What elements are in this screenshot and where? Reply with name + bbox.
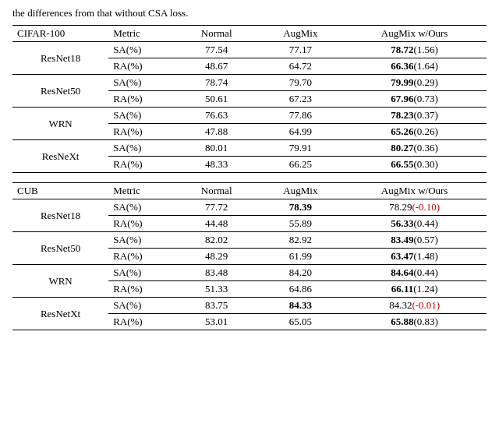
ours-cell: 78.29(-0.10) <box>342 199 487 216</box>
table-row: WRNSA(%)76.6377.8678.23(0.37) <box>12 108 487 124</box>
ours-cell: 78.23(0.37) <box>342 108 487 124</box>
augmix-cell: 64.72 <box>259 58 343 75</box>
metric-cell: RA(%) <box>108 124 175 140</box>
ours-cell: 78.72(1.56) <box>342 42 487 58</box>
metric-cell: SA(%) <box>108 265 175 281</box>
metric-cell: RA(%) <box>108 91 175 108</box>
metric-cell: RA(%) <box>108 249 175 265</box>
metric-cell: RA(%) <box>108 216 175 232</box>
normal-cell: 44.48 <box>175 216 259 232</box>
model-cell: ResNet18 <box>12 199 108 232</box>
table-row: ResNeXtSA(%)80.0179.9180.27(0.36) <box>12 140 487 157</box>
model-cell: WRN <box>12 265 108 298</box>
cifar-metric-header: Metric <box>108 26 175 42</box>
cifar-normal-header: Normal <box>175 26 259 42</box>
normal-cell: 82.02 <box>175 232 259 249</box>
ours-cell: 80.27(0.36) <box>342 140 487 157</box>
metric-cell: RA(%) <box>108 281 175 298</box>
table-row: ResNet50SA(%)78.7479.7079.99(0.29) <box>12 75 487 91</box>
metric-cell: SA(%) <box>108 108 175 124</box>
ours-cell: 63.47(1.48) <box>342 249 487 265</box>
model-cell: WRN <box>12 108 108 140</box>
cifar-table: CIFAR-100 Metric Normal AugMix AugMix w/… <box>12 25 487 173</box>
ours-cell: 66.11(1.24) <box>342 281 487 298</box>
metric-cell: SA(%) <box>108 199 175 216</box>
augmix-cell: 82.92 <box>259 232 343 249</box>
ours-cell: 65.26(0.26) <box>342 124 487 140</box>
ours-cell: 56.33(0.44) <box>342 216 487 232</box>
augmix-cell: 84.20 <box>259 265 343 281</box>
cub-ours-header: AugMix w/Ours <box>342 183 487 199</box>
ours-cell: 84.64(0.44) <box>342 265 487 281</box>
normal-cell: 80.01 <box>175 140 259 157</box>
cub-augmix-header: AugMix <box>259 183 343 199</box>
augmix-cell: 64.86 <box>259 281 343 298</box>
augmix-cell: 79.91 <box>259 140 343 157</box>
cub-metric-header: Metric <box>108 183 175 199</box>
ours-cell: 67.96(0.73) <box>342 91 487 108</box>
table-row: ResNet18SA(%)77.5477.1778.72(1.56) <box>12 42 487 58</box>
table-row: WRNSA(%)83.4884.2084.64(0.44) <box>12 265 487 281</box>
normal-cell: 47.88 <box>175 124 259 140</box>
model-cell: ResNet18 <box>12 42 108 75</box>
cub-dataset-header: CUB <box>12 183 108 199</box>
cifar-ours-header: AugMix w/Ours <box>342 26 487 42</box>
model-cell: ResNet50 <box>12 232 108 265</box>
ours-cell: 83.49(0.57) <box>342 232 487 249</box>
metric-cell: RA(%) <box>108 157 175 173</box>
model-cell: ResNet50 <box>12 75 108 108</box>
cifar-dataset-header: CIFAR-100 <box>12 26 108 42</box>
normal-cell: 83.75 <box>175 298 259 314</box>
metric-cell: SA(%) <box>108 75 175 91</box>
augmix-cell: 79.70 <box>259 75 343 91</box>
augmix-cell: 77.86 <box>259 108 343 124</box>
table-row: ResNetXtSA(%)83.7584.3384.32(-0.01) <box>12 298 487 314</box>
normal-cell: 48.29 <box>175 249 259 265</box>
augmix-cell: 67.23 <box>259 91 343 108</box>
normal-cell: 53.01 <box>175 314 259 330</box>
metric-cell: SA(%) <box>108 232 175 249</box>
augmix-cell: 65.05 <box>259 314 343 330</box>
augmix-cell: 64.99 <box>259 124 343 140</box>
ours-cell: 79.99(0.29) <box>342 75 487 91</box>
cifar-augmix-header: AugMix <box>259 26 343 42</box>
normal-cell: 77.54 <box>175 42 259 58</box>
model-cell: ResNetXt <box>12 298 108 330</box>
table-row: ResNet18SA(%)77.7278.3978.29(-0.10) <box>12 199 487 216</box>
ours-cell: 84.32(-0.01) <box>342 298 487 314</box>
cub-normal-header: Normal <box>175 183 259 199</box>
metric-cell: SA(%) <box>108 42 175 58</box>
ours-cell: 66.36(1.64) <box>342 58 487 75</box>
augmix-cell: 84.33 <box>259 298 343 314</box>
augmix-cell: 77.17 <box>259 42 343 58</box>
table-row: ResNet50SA(%)82.0282.9283.49(0.57) <box>12 232 487 249</box>
ours-cell: 66.55(0.30) <box>342 157 487 173</box>
normal-cell: 83.48 <box>175 265 259 281</box>
augmix-cell: 61.99 <box>259 249 343 265</box>
normal-cell: 48.33 <box>175 157 259 173</box>
augmix-cell: 78.39 <box>259 199 343 216</box>
intro-text: the differences from that without CSA lo… <box>12 6 487 20</box>
metric-cell: SA(%) <box>108 298 175 314</box>
normal-cell: 77.72 <box>175 199 259 216</box>
metric-cell: SA(%) <box>108 140 175 157</box>
normal-cell: 48.67 <box>175 58 259 75</box>
metric-cell: RA(%) <box>108 314 175 330</box>
normal-cell: 78.74 <box>175 75 259 91</box>
normal-cell: 76.63 <box>175 108 259 124</box>
cub-table: CUB Metric Normal AugMix AugMix w/Ours R… <box>12 182 487 330</box>
metric-cell: RA(%) <box>108 58 175 75</box>
ours-cell: 65.88(0.83) <box>342 314 487 330</box>
model-cell: ResNeXt <box>12 140 108 173</box>
augmix-cell: 55.89 <box>259 216 343 232</box>
normal-cell: 51.33 <box>175 281 259 298</box>
augmix-cell: 66.25 <box>259 157 343 173</box>
normal-cell: 50.61 <box>175 91 259 108</box>
